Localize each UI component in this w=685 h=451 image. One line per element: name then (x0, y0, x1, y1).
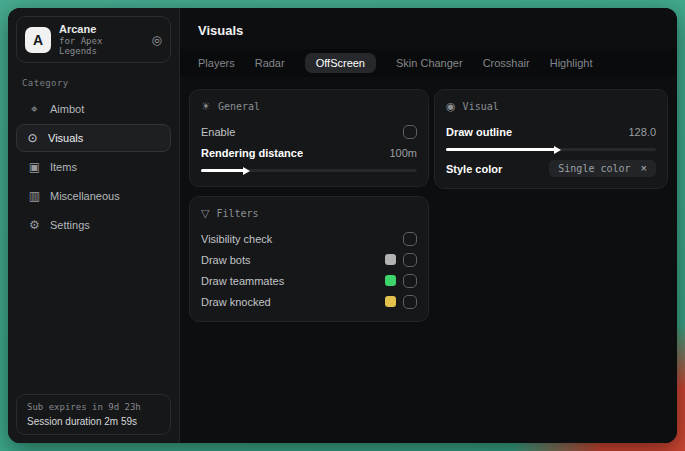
gear-icon: ⚙ (28, 219, 41, 231)
color-swatch[interactable] (385, 254, 396, 265)
draw-bots-controls (385, 253, 417, 267)
subscription-info-card: Sub expires in 9d 23h Session duration 2… (16, 394, 171, 435)
panel-title: Visual (463, 101, 499, 112)
app-subtitle: for Apex Legends (59, 36, 144, 56)
draw-knocked-controls (385, 295, 417, 309)
style-color-label: Style color (446, 163, 502, 175)
draw-knocked-label: Draw knocked (201, 296, 271, 308)
content: ☀ General Enable Rendering distance 100m (180, 77, 677, 334)
visual-panel: ◉ Visual Draw outline 128.0 Styl (434, 89, 668, 189)
enable-checkbox[interactable] (403, 125, 417, 139)
enable-label: Enable (201, 126, 235, 138)
box-icon: ▣ (28, 161, 41, 173)
app-logo: A (25, 27, 51, 53)
brand-meta: Arcane for Apex Legends (59, 23, 144, 56)
draw-knocked-row: Draw knocked (201, 291, 417, 312)
sub-expires-text: Sub expires in 9d 23h (27, 402, 160, 412)
sidebar-item-aimbot[interactable]: ⌖ Aimbot (18, 95, 169, 123)
filters-panel: ▽ Filters Visibility check Draw bots (189, 196, 429, 322)
tab-highlight[interactable]: Highlight (550, 53, 593, 73)
draw-teammates-label: Draw teammates (201, 275, 284, 287)
color-swatch[interactable] (385, 275, 396, 286)
tab-skin-changer[interactable]: Skin Changer (396, 53, 463, 73)
draw-teammates-checkbox[interactable] (403, 274, 417, 288)
rendering-distance-value: 100m (389, 147, 417, 159)
sidebar-item-label: Visuals (48, 132, 83, 144)
sidebar-item-label: Aimbot (50, 103, 84, 115)
sidebar-item-miscellaneous[interactable]: ▥ Miscellaneous (18, 182, 169, 210)
rendering-distance-slider[interactable] (201, 166, 417, 175)
draw-bots-row: Draw bots (201, 249, 417, 270)
visual-panel-header: ◉ Visual (446, 101, 656, 112)
sidebar-item-label: Items (50, 161, 77, 173)
slider-fill (201, 169, 244, 172)
sidebar-item-label: Miscellaneous (50, 190, 120, 202)
page-title: Visuals (180, 8, 677, 38)
draw-bots-checkbox[interactable] (403, 253, 417, 267)
draw-teammates-row: Draw teammates (201, 270, 417, 291)
sidebar-item-items[interactable]: ▣ Items (18, 153, 169, 181)
panel-title: Filters (216, 208, 258, 219)
scan-eye-icon: ⊙ (26, 132, 39, 144)
sidebar: A Arcane for Apex Legends ◎ Category ⌖ A… (8, 8, 180, 443)
crosshair-icon: ⌖ (28, 103, 41, 115)
sidebar-item-label: Settings (50, 219, 90, 231)
category-label: Category (22, 78, 165, 88)
style-color-value: Single color (558, 163, 630, 174)
visibility-check-row: Visibility check (201, 228, 417, 249)
tab-offscreen[interactable]: OffScreen (305, 53, 376, 73)
app-window: A Arcane for Apex Legends ◎ Category ⌖ A… (8, 8, 677, 443)
brand-card: A Arcane for Apex Legends ◎ (16, 16, 171, 63)
filters-panel-header: ▽ Filters (201, 208, 417, 219)
slider-thumb[interactable] (554, 146, 561, 154)
color-swatch[interactable] (385, 296, 396, 307)
sidebar-item-visuals[interactable]: ⊙ Visuals (16, 124, 171, 152)
style-color-select[interactable]: Single color × (549, 160, 656, 177)
draw-bots-label: Draw bots (201, 254, 251, 266)
tab-bar: Players Radar OffScreen Skin Changer Cro… (180, 49, 677, 77)
rendering-distance-label: Rendering distance (201, 147, 303, 159)
crosshair-pin-icon[interactable]: ◎ (152, 34, 162, 46)
visibility-check-label: Visibility check (201, 233, 272, 245)
slider-thumb[interactable] (243, 167, 250, 175)
visibility-check-checkbox[interactable] (403, 232, 417, 246)
general-panel: ☀ General Enable Rendering distance 100m (189, 89, 429, 187)
enable-row: Enable (201, 121, 417, 142)
draw-outline-label: Draw outline (446, 126, 512, 138)
rendering-distance-row: Rendering distance 100m (201, 142, 417, 163)
clear-icon[interactable]: × (641, 163, 647, 174)
style-color-row: Style color Single color × (446, 158, 656, 179)
sun-icon: ☀ (201, 101, 211, 112)
tab-players[interactable]: Players (198, 53, 235, 73)
app-name: Arcane (59, 23, 144, 35)
general-panel-header: ☀ General (201, 101, 417, 112)
draw-knocked-checkbox[interactable] (403, 295, 417, 309)
draw-outline-slider[interactable] (446, 145, 656, 154)
right-column: ◉ Visual Draw outline 128.0 Styl (434, 89, 668, 189)
tab-crosshair[interactable]: Crosshair (483, 53, 530, 73)
slider-fill (446, 148, 555, 151)
tab-radar[interactable]: Radar (255, 53, 285, 73)
main-area: Visuals Players Radar OffScreen Skin Cha… (180, 8, 677, 443)
draw-outline-row: Draw outline 128.0 (446, 121, 656, 142)
panel-title: General (218, 101, 260, 112)
sidebar-item-settings[interactable]: ⚙ Settings (18, 211, 169, 239)
left-column: ☀ General Enable Rendering distance 100m (189, 89, 429, 322)
funnel-icon: ▽ (201, 208, 209, 219)
draw-outline-value: 128.0 (628, 126, 656, 138)
draw-teammates-controls (385, 274, 417, 288)
eye-icon: ◉ (446, 101, 456, 112)
session-duration-text: Session duration 2m 59s (27, 416, 160, 427)
bar-chart-icon: ▥ (28, 190, 41, 202)
